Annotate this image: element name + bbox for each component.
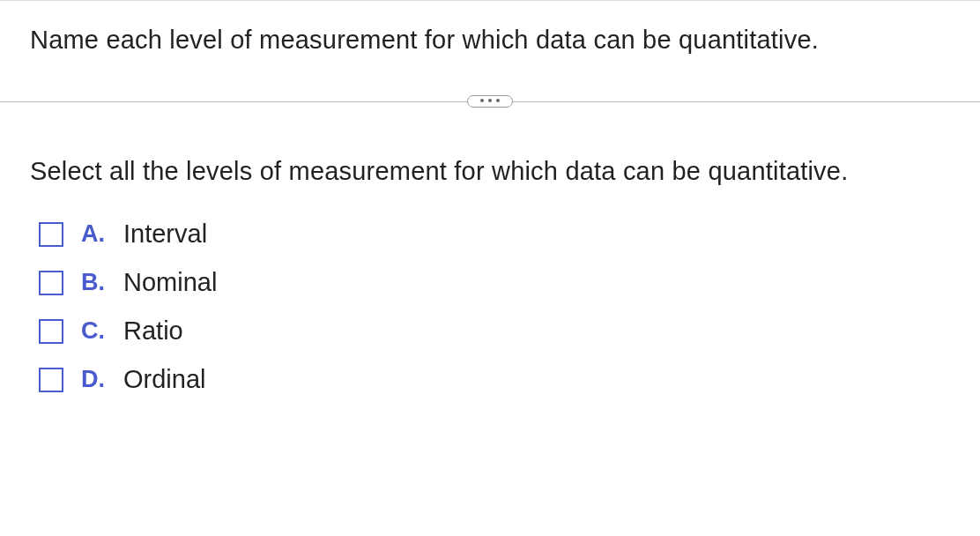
option-text: Ratio (123, 316, 183, 346)
question-prompt: Name each level of measurement for which… (0, 1, 980, 88)
option-letter: B. (81, 269, 115, 296)
section-divider (0, 88, 980, 115)
option-letter: C. (81, 317, 115, 345)
checkbox-b[interactable] (39, 271, 63, 295)
more-options-button[interactable] (467, 95, 513, 108)
option-letter: D. (81, 366, 115, 393)
checkbox-d[interactable] (39, 368, 63, 392)
option-a: A. Interval (39, 220, 950, 249)
option-b: B. Nominal (39, 268, 950, 297)
question-container: Name each level of measurement for which… (0, 0, 980, 536)
option-text: Ordinal (123, 365, 206, 394)
options-list: A. Interval B. Nominal C. Ratio D. Ordin… (0, 202, 980, 394)
option-text: Interval (123, 220, 207, 249)
checkbox-c[interactable] (39, 319, 63, 344)
checkbox-a[interactable] (39, 222, 63, 247)
ellipsis-icon (496, 99, 500, 102)
ellipsis-icon (480, 99, 484, 102)
option-letter: A. (81, 220, 115, 248)
option-d: D. Ordinal (39, 365, 950, 394)
ellipsis-icon (488, 99, 492, 102)
selection-instruction: Select all the levels of measurement for… (0, 115, 980, 202)
option-c: C. Ratio (39, 316, 950, 346)
option-text: Nominal (123, 268, 217, 297)
